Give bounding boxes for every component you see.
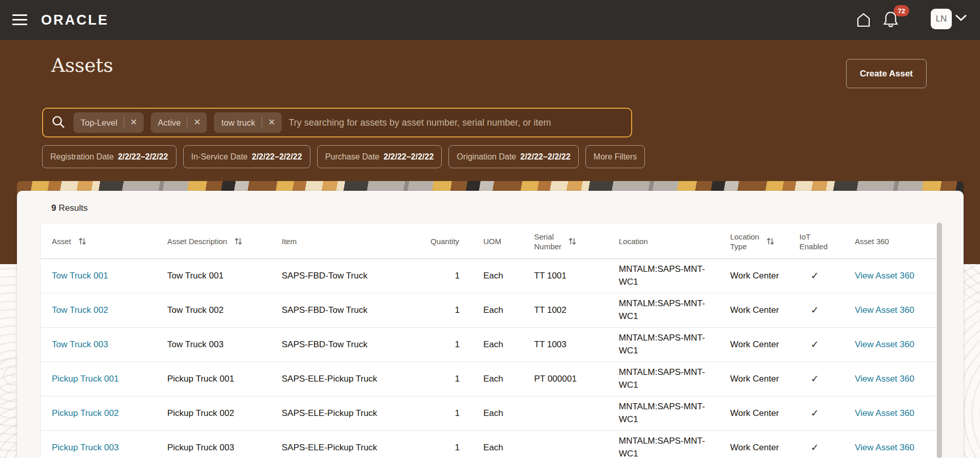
location-cell: MNTALM:SAPS-MNT-WC1 — [607, 366, 719, 391]
date-filter-button[interactable]: Registration Date 2/2/22–2/2/22 — [42, 145, 177, 168]
table-body: Tow Truck 001 Tow Truck 001 SAPS-FBD-Tow… — [41, 259, 936, 458]
column-header-label: UOM — [483, 236, 501, 246]
chip-remove-icon[interactable]: ✕ — [126, 115, 142, 130]
view-asset-360-link[interactable]: View Asset 360 — [855, 374, 914, 384]
item-cell: SAPS-ELE-Pickup Truck — [270, 442, 419, 454]
chevron-down-icon[interactable] — [955, 14, 967, 23]
date-filter-chips: Registration Date 2/2/22–2/2/22 In-Servi… — [42, 145, 579, 168]
view-asset-360-link[interactable]: View Asset 360 — [855, 340, 914, 349]
page-title: Assets — [51, 54, 113, 76]
notification-count-badge: 72 — [894, 5, 909, 16]
asset-link[interactable]: Tow Truck 003 — [52, 340, 108, 349]
uom-cell: Each — [472, 304, 523, 317]
column-header[interactable]: Serial Number — [523, 232, 607, 251]
column-header-label: Asset 360 — [855, 236, 889, 246]
quantity-cell: 1 — [419, 407, 472, 420]
uom-cell: Each — [472, 442, 523, 454]
view-asset-360-link[interactable]: View Asset 360 — [855, 305, 914, 315]
search-filter-chip: Active ✕ — [151, 112, 207, 133]
uom-cell: Each — [472, 270, 523, 283]
filter-label: Registration Date — [50, 152, 114, 162]
chip-label: tow truck — [221, 118, 255, 128]
global-header: ORACLE 72 LN — [0, 0, 980, 40]
column-header: Asset 360 — [844, 236, 936, 246]
asset-link[interactable]: Pickup Truck 001 — [52, 374, 119, 384]
column-header-label: Asset — [52, 236, 71, 246]
table-row: Pickup Truck 001 Pickup Truck 001 SAPS-E… — [41, 362, 936, 396]
filter-label: In-Service Date — [191, 152, 248, 162]
sort-icon[interactable] — [234, 237, 242, 246]
asset-link[interactable]: Tow Truck 002 — [52, 305, 108, 315]
sort-icon[interactable] — [569, 237, 576, 246]
date-filter-button[interactable]: Purchase Date 2/2/22–2/2/22 — [317, 145, 442, 168]
asset-link[interactable]: Pickup Truck 002 — [52, 408, 119, 418]
column-header-label: Asset Description — [167, 236, 227, 246]
location-type-cell: Work Center — [719, 373, 788, 386]
filter-value: 2/2/22–2/2/22 — [118, 152, 168, 162]
home-icon[interactable] — [856, 12, 871, 29]
view-asset-360-link[interactable]: View Asset 360 — [855, 271, 914, 281]
column-header: UOM — [472, 236, 523, 246]
location-type-cell: Work Center — [719, 270, 788, 283]
table-row: Pickup Truck 002 Pickup Truck 002 SAPS-E… — [41, 396, 936, 431]
results-card: 9 Results Asset Asset Description Item Q… — [17, 191, 964, 458]
asset-link[interactable]: Pickup Truck 003 — [52, 443, 119, 452]
oracle-logo: ORACLE — [41, 12, 109, 28]
asset-link[interactable]: Tow Truck 001 — [52, 271, 108, 281]
assets-table: Asset Asset Description Item Quantity UO… — [40, 224, 936, 458]
user-avatar[interactable]: LN — [931, 9, 952, 29]
date-filter-button[interactable]: Origination Date 2/2/22–2/2/22 — [448, 145, 579, 168]
search-chips: Top-Level ✕ Active ✕ tow truck ✕ — [73, 112, 289, 133]
sort-icon[interactable] — [767, 237, 774, 246]
uom-cell: Each — [472, 338, 523, 351]
column-header-label: Item — [282, 236, 297, 246]
search-icon — [51, 115, 65, 131]
column-header-label: IoT Enabled — [799, 232, 828, 251]
column-header[interactable]: Asset — [41, 236, 156, 246]
filter-value: 2/2/22–2/2/22 — [252, 152, 302, 162]
sort-icon[interactable] — [79, 237, 86, 246]
item-cell: SAPS-FBD-Tow Truck — [270, 304, 419, 317]
item-cell: SAPS-ELE-Pickup Truck — [270, 373, 419, 386]
serial-number-cell: TT 1002 — [523, 304, 607, 317]
column-header[interactable]: Location Type — [719, 232, 788, 251]
location-cell: MNTALM:SAPS-MNT-WC1 — [607, 263, 719, 288]
uom-cell: Each — [472, 407, 523, 420]
asset-description-cell: Pickup Truck 002 — [156, 407, 270, 420]
column-header: Item — [270, 236, 419, 246]
column-header-label: Location — [619, 236, 648, 246]
filter-row: Registration Date 2/2/22–2/2/22 In-Servi… — [42, 145, 645, 168]
create-asset-button[interactable]: Create Asset — [846, 59, 927, 88]
asset-search-bar[interactable]: Top-Level ✕ Active ✕ tow truck ✕ — [42, 108, 632, 137]
chip-remove-icon[interactable]: ✕ — [189, 115, 205, 130]
quantity-cell: 1 — [419, 304, 472, 317]
column-header-label: Location Type — [730, 232, 759, 251]
chip-label: Top-Level — [81, 118, 117, 128]
serial-number-cell: TT 1003 — [523, 338, 607, 351]
view-asset-360-link[interactable]: View Asset 360 — [855, 443, 914, 452]
filter-label: Origination Date — [457, 152, 516, 162]
location-cell: MNTALM:SAPS-MNT-WC1 — [607, 297, 719, 323]
column-header: Location — [607, 236, 719, 246]
more-filters-button[interactable]: More Filters — [585, 145, 645, 168]
view-asset-360-link[interactable]: View Asset 360 — [855, 408, 914, 418]
hamburger-menu-icon[interactable] — [12, 14, 27, 25]
iot-enabled-check-icon: ✓ — [788, 441, 844, 455]
search-filter-chip: Top-Level ✕ — [73, 112, 144, 133]
chip-remove-icon[interactable]: ✕ — [264, 115, 280, 130]
item-cell: SAPS-FBD-Tow Truck — [270, 338, 419, 351]
asset-description-cell: Tow Truck 001 — [156, 270, 270, 283]
location-type-cell: Work Center — [719, 407, 788, 420]
quantity-cell: 1 — [419, 270, 472, 283]
asset-description-cell: Pickup Truck 001 — [156, 373, 270, 386]
date-filter-button[interactable]: In-Service Date 2/2/22–2/2/22 — [183, 145, 310, 168]
iot-enabled-check-icon: ✓ — [788, 337, 844, 352]
vertical-scrollbar[interactable] — [937, 223, 942, 458]
search-input[interactable] — [289, 117, 624, 128]
column-header-label: Quantity — [430, 236, 459, 246]
asset-description-cell: Tow Truck 003 — [156, 338, 270, 351]
column-header[interactable]: Asset Description — [156, 236, 270, 246]
uom-cell: Each — [472, 373, 523, 386]
iot-enabled-check-icon: ✓ — [788, 269, 844, 283]
table-row: Tow Truck 002 Tow Truck 002 SAPS-FBD-Tow… — [41, 293, 936, 328]
